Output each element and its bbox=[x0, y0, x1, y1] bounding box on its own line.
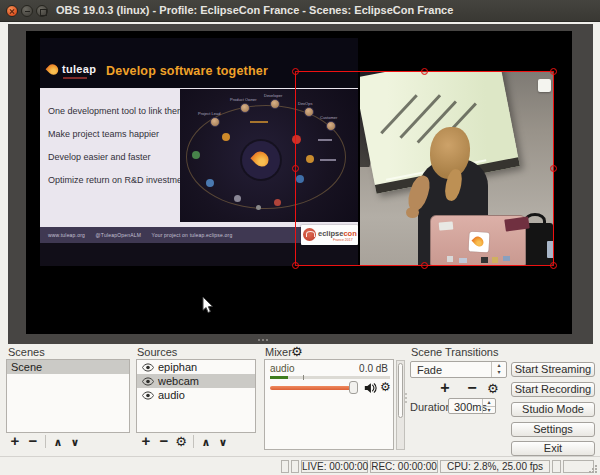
source-name: audio bbox=[158, 388, 185, 402]
diagram-node bbox=[222, 133, 230, 141]
volume-meter-fill bbox=[270, 376, 288, 379]
start-recording-button[interactable]: Start Recording bbox=[511, 382, 595, 397]
remove-scene-button[interactable]: − bbox=[26, 433, 40, 449]
close-icon[interactable] bbox=[6, 5, 18, 17]
tuleap-brand: tuleap bbox=[62, 63, 96, 75]
duration-label: Duration bbox=[410, 401, 452, 413]
resize-handle-top-middle[interactable] bbox=[421, 68, 428, 75]
source-list-item[interactable]: webcam bbox=[137, 374, 255, 388]
resize-handle-bottom-left[interactable] bbox=[292, 262, 299, 269]
rec-time-status: REC: 00:00:00 bbox=[370, 460, 438, 473]
minimize-icon[interactable] bbox=[21, 5, 33, 17]
volume-slider-handle[interactable] bbox=[349, 381, 358, 394]
remove-transition-button[interactable]: − bbox=[464, 379, 480, 397]
diagram-node bbox=[274, 199, 281, 206]
diagram-node bbox=[206, 179, 214, 187]
mixer-channel-gear-icon[interactable]: ⚙ bbox=[380, 380, 391, 394]
scene-name: Scene bbox=[11, 360, 42, 374]
spin-up-icon[interactable]: ▴ bbox=[483, 399, 495, 407]
preview-canvas[interactable]: tuleap Develop software together One dev… bbox=[26, 31, 572, 334]
source-list-item[interactable]: epiphan bbox=[137, 360, 255, 374]
mixer-options-gear-icon[interactable]: ⚙ bbox=[291, 344, 303, 359]
source-properties-gear-icon[interactable]: ⚙ bbox=[174, 434, 188, 449]
spin-down-icon[interactable]: ▾ bbox=[483, 407, 495, 414]
sources-dock-label: Sources bbox=[137, 346, 177, 358]
mixer-channel: audio 0.0 dB ⚙ bbox=[264, 359, 394, 450]
status-indicator-box bbox=[291, 460, 299, 473]
diagram-role-label: Developer bbox=[264, 93, 282, 98]
volume-meter-tick bbox=[303, 375, 304, 380]
mixer-scrollbar[interactable] bbox=[396, 360, 405, 450]
spin-down-icon[interactable]: ▾ bbox=[492, 369, 506, 376]
move-source-down-button[interactable]: ∨ bbox=[216, 436, 230, 449]
maximize-icon[interactable] bbox=[36, 5, 48, 17]
speaker-icon[interactable] bbox=[364, 382, 377, 394]
dock-splitter-horizontal[interactable] bbox=[258, 339, 272, 342]
slide-bullet: Make project teams happier bbox=[48, 129, 159, 139]
tuleap-tagline bbox=[63, 77, 87, 79]
diagram-center-circle bbox=[242, 141, 280, 179]
visibility-icon[interactable] bbox=[142, 363, 154, 372]
remove-source-button[interactable]: − bbox=[157, 433, 171, 449]
add-source-button[interactable]: + bbox=[139, 433, 153, 449]
resize-handle-top-right[interactable] bbox=[550, 68, 557, 75]
scenes-dock-label: Scenes bbox=[8, 346, 45, 358]
slide-bullet: Optimize return on R&D investments bbox=[48, 175, 194, 185]
source-selection-box[interactable] bbox=[295, 71, 554, 266]
cpu-fps-status: CPU: 2.8%, 25.00 fps bbox=[440, 460, 550, 473]
move-source-up-button[interactable]: ∧ bbox=[199, 436, 213, 449]
resize-grip[interactable] bbox=[589, 465, 598, 474]
visibility-icon[interactable] bbox=[142, 377, 154, 386]
transition-select-spinner[interactable]: ▴▾ bbox=[491, 362, 506, 377]
scene-list-item[interactable]: Scene bbox=[7, 360, 129, 374]
preview-area: tuleap Develop software together One dev… bbox=[8, 24, 593, 344]
mixer-channel-name: audio bbox=[270, 363, 294, 374]
move-scene-down-button[interactable]: ∨ bbox=[68, 436, 82, 449]
diagram-node bbox=[256, 205, 261, 210]
resize-handle-top-left[interactable] bbox=[292, 68, 299, 75]
studio-mode-button[interactable]: Studio Mode bbox=[511, 402, 595, 417]
sources-list[interactable]: epiphan webcam audio bbox=[136, 359, 256, 433]
mouse-cursor bbox=[202, 296, 214, 314]
volume-slider-track[interactable] bbox=[270, 386, 354, 390]
live-time-status: LIVE: 00:00:00 bbox=[301, 460, 368, 473]
add-transition-button[interactable]: + bbox=[437, 379, 453, 397]
mixer-scrollbar-thumb[interactable] bbox=[398, 363, 403, 418]
titlebar: OBS 19.0.3 (linux) - Profile: EclipseCon… bbox=[0, 0, 600, 22]
resize-handle-bottom-middle[interactable] bbox=[421, 262, 428, 269]
diagram-role-label: Product Owner bbox=[230, 97, 257, 102]
source-list-item[interactable]: audio bbox=[137, 388, 255, 402]
resize-handle-bottom-right[interactable] bbox=[550, 262, 557, 269]
scenes-list[interactable]: Scene bbox=[6, 359, 130, 433]
status-indicator-box bbox=[281, 460, 289, 473]
mixer-dock-label: Mixer bbox=[265, 346, 292, 358]
avatar bbox=[210, 117, 220, 127]
volume-meter bbox=[270, 376, 390, 379]
slide-footer-links: www.tuleap.org @TuleapOpenALM Your proje… bbox=[48, 227, 241, 243]
toolbar-divider bbox=[45, 435, 46, 448]
start-streaming-button[interactable]: Start Streaming bbox=[511, 362, 595, 377]
move-scene-up-button[interactable]: ∧ bbox=[51, 436, 65, 449]
status-indicator-box bbox=[552, 460, 561, 473]
spin-up-icon[interactable]: ▴ bbox=[492, 362, 506, 369]
tuleap-flame-icon bbox=[46, 62, 61, 77]
duration-spinbox[interactable]: 300ms ▴▾ bbox=[448, 398, 496, 414]
status-bar: LIVE: 00:00:00 REC: 00:00:00 CPU: 2.8%, … bbox=[0, 456, 600, 475]
footer-link: Your project on tuleap.eclipse.org bbox=[152, 232, 233, 238]
transition-select[interactable]: Fade ▴▾ bbox=[410, 361, 507, 378]
add-scene-button[interactable]: + bbox=[8, 433, 22, 449]
mixer-level-db: 0.0 dB bbox=[359, 363, 388, 374]
slide-bullet: Develop easier and faster bbox=[48, 152, 151, 162]
transition-selected-value: Fade bbox=[417, 363, 442, 378]
resize-handle-middle-right[interactable] bbox=[550, 165, 557, 172]
duration-spinner[interactable]: ▴▾ bbox=[482, 399, 495, 413]
transition-properties-gear-icon[interactable]: ⚙ bbox=[487, 381, 499, 396]
exit-button[interactable]: Exit bbox=[511, 441, 595, 456]
diagram-node bbox=[234, 195, 241, 202]
visibility-icon[interactable] bbox=[142, 391, 154, 400]
settings-button[interactable]: Settings bbox=[511, 422, 595, 437]
toolbar-divider bbox=[193, 435, 194, 448]
resize-handle-middle-left[interactable] bbox=[292, 165, 299, 172]
tuleap-logo: tuleap bbox=[46, 62, 100, 80]
dock-splitter-vertical[interactable] bbox=[405, 393, 408, 407]
